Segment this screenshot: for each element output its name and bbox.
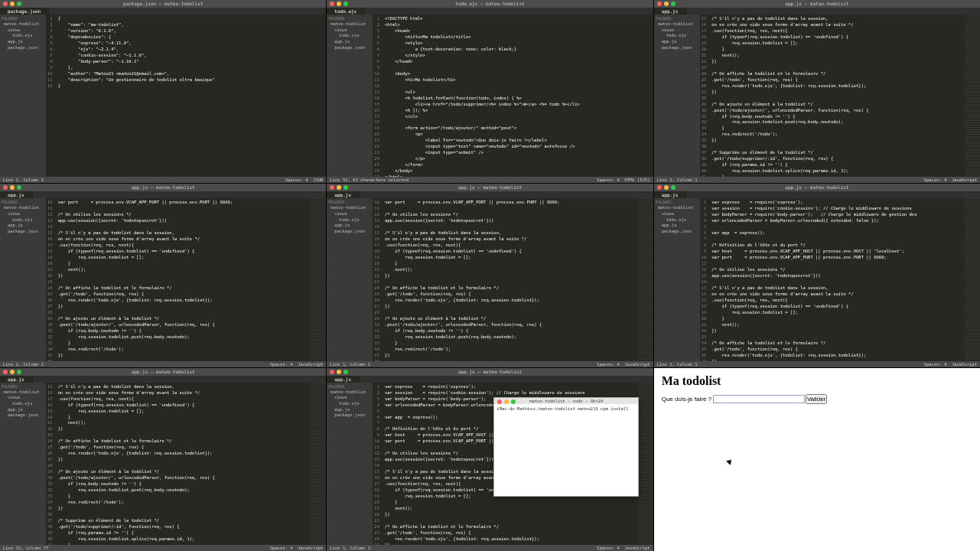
code-editor[interactable]: 1234567891011121314151617181920212223242… bbox=[373, 15, 653, 177]
minimize-icon[interactable] bbox=[337, 2, 341, 6]
browser-page: Ma todolist Que dois-je faire ? bbox=[654, 368, 980, 551]
editor-pane-app-js-2: app.js — mateo-todolist app.js FOLDERSma… bbox=[0, 184, 326, 367]
line-gutter: 123456789101112 bbox=[46, 15, 55, 177]
terminal-window[interactable]: mateo-todolist — node — 80×24 iMac-de-Ma… bbox=[493, 397, 639, 497]
sidebar[interactable]: FOLDERS mateo-todolist views todo.ejs ap… bbox=[654, 15, 700, 177]
status-position: Line 1, Column 1 bbox=[3, 178, 44, 182]
minimize-icon[interactable] bbox=[664, 2, 669, 6]
newtodo-label: Que dois-je faire ? bbox=[662, 396, 711, 403]
editor-pane-app-js-5: app.js — mateo-todolist app.js FOLDERSma… bbox=[0, 368, 326, 551]
code-content[interactable]: /* S'il n'y a pas de todolist dans la se… bbox=[708, 15, 965, 177]
tab-todo-ejs[interactable]: todo.ejs bbox=[327, 8, 365, 15]
maximize-icon[interactable] bbox=[671, 2, 676, 6]
editor-pane-todo-ejs: todo.ejs — mateo-todolist todo.ejs FOLDE… bbox=[327, 0, 653, 183]
editor-pane-with-terminal: app.js — mateo-todolist app.js FOLDERSma… bbox=[327, 368, 653, 551]
editor-pane-app-js-3: app.js — mateo-todolist app.js FOLDERSma… bbox=[327, 184, 653, 367]
code-editor[interactable]: 123456789101112 { "name": "ma-todolist",… bbox=[46, 15, 326, 177]
tab-bar: package.json bbox=[0, 8, 326, 15]
code-content[interactable]: { "name": "ma-todolist", "version": "0.1… bbox=[55, 15, 327, 177]
sidebar-file-app-js[interactable]: app.js bbox=[2, 39, 44, 45]
code-content[interactable]: <!DOCTYPE html> <html> <head> <title>Ma … bbox=[382, 15, 653, 177]
sidebar-header: FOLDERS bbox=[2, 16, 44, 21]
tab-package-json[interactable]: package.json bbox=[0, 8, 49, 15]
page-title: Ma todolist bbox=[662, 374, 972, 388]
close-icon[interactable] bbox=[3, 2, 8, 6]
close-icon[interactable] bbox=[330, 2, 334, 6]
tab-app-js[interactable]: app.js bbox=[654, 8, 687, 15]
sidebar[interactable]: FOLDERS mateo-todolist views todo.ejs ap… bbox=[327, 15, 373, 177]
minimap[interactable] bbox=[965, 15, 980, 177]
sidebar-file-todo-ejs[interactable]: todo.ejs bbox=[2, 33, 44, 39]
sidebar-folder-root[interactable]: mateo-todolist bbox=[2, 21, 44, 28]
code-editor[interactable]: 1516171819202122232425262728293031323334… bbox=[700, 15, 980, 177]
sidebar-folder-views[interactable]: views bbox=[2, 28, 44, 34]
minimize-icon[interactable] bbox=[10, 2, 15, 6]
editor-pane-app-js-4: app.js — mateo-todolist app.js FOLDERSma… bbox=[654, 184, 980, 367]
sidebar[interactable]: FOLDERS mateo-todolist views todo.ejs ap… bbox=[0, 15, 46, 177]
add-todo-form: Que dois-je faire ? bbox=[662, 394, 972, 404]
close-icon[interactable] bbox=[657, 2, 662, 6]
terminal-title: mateo-todolist — node — 80×24 bbox=[494, 398, 638, 404]
submit-button[interactable] bbox=[806, 394, 827, 404]
editor-pane-app-js-1: app.js — mateo-todolist app.js FOLDERS m… bbox=[654, 0, 980, 183]
cursor-icon bbox=[728, 458, 734, 465]
window-controls bbox=[0, 0, 326, 8]
maximize-icon[interactable] bbox=[343, 2, 348, 6]
sidebar-file-package-json[interactable]: package.json bbox=[2, 45, 44, 51]
maximize-icon[interactable] bbox=[17, 2, 21, 6]
newtodo-input[interactable] bbox=[713, 395, 805, 403]
editor-pane-package-json: package.json — mateo-todolist package.js… bbox=[0, 0, 326, 183]
status-bar: Line 1, Column 1 Spaces: 4 JSON bbox=[0, 177, 326, 183]
